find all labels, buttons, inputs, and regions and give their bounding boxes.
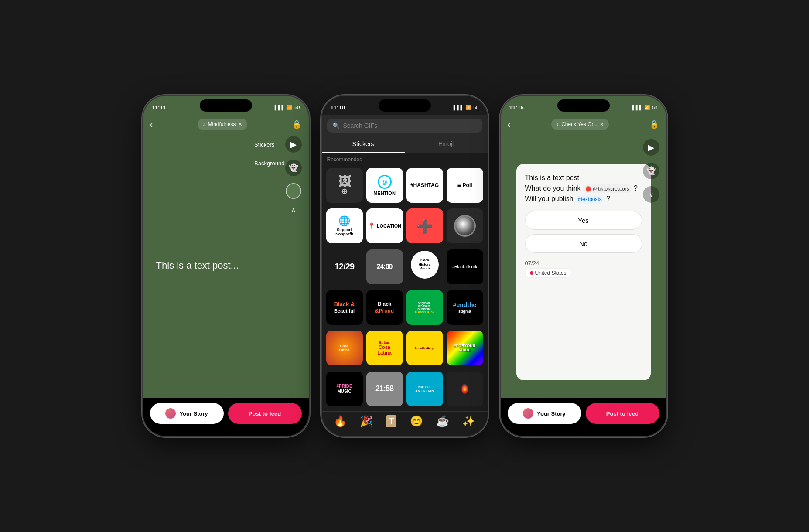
emoji-sparkle[interactable]: ✨ xyxy=(462,415,475,427)
status-time: 11:16 xyxy=(509,104,524,111)
location-tag[interactable]: United States xyxy=(525,268,571,278)
canvas-area[interactable]: This is a text post... xyxy=(143,133,309,398)
poll-text-2: What do you think xyxy=(525,184,581,192)
your-story-button[interactable]: Your Story xyxy=(150,403,224,424)
emoji-t[interactable]: T xyxy=(386,415,396,427)
lock-icon[interactable]: 🔒 xyxy=(649,119,659,129)
battery-text: 60 xyxy=(473,105,478,110)
bhm-circle: BlackHistoryMonth xyxy=(411,251,439,279)
status-bar: 11:10 ▌▌▌ 📶 60 xyxy=(322,96,488,115)
sticker-bhm[interactable]: BlackHistoryMonth xyxy=(410,249,440,280)
status-icons: ▌▌▌ 📶 58 xyxy=(632,105,658,110)
poll-options: Yes No xyxy=(525,211,642,253)
post-to-feed-button[interactable]: Post to feed xyxy=(586,403,659,424)
originate-label: originate.innovate.celebrate.#BlackTikTo… xyxy=(415,301,434,314)
sticker-blacktiktok[interactable]: #BlackTikTok xyxy=(447,249,483,284)
avatar xyxy=(523,408,533,419)
hashtag-tag-label: #textposts xyxy=(578,195,602,203)
sticker-cosa-latina-1[interactable]: CosaLatina xyxy=(326,331,363,365)
background-circle[interactable] xyxy=(286,183,301,199)
sticker-for-your-pride[interactable]: #FORYOURPRIDE xyxy=(447,331,483,365)
sticker-icon[interactable]: 👻 xyxy=(285,160,302,176)
play-icon[interactable]: ▶ xyxy=(285,136,302,153)
hashtag-label: #HASHTAG xyxy=(410,182,439,188)
poll-text-3: ? xyxy=(634,184,638,192)
collapse-icon[interactable]: ∧ xyxy=(291,206,296,214)
location-label: United States xyxy=(535,270,567,276)
back-button[interactable]: ‹ xyxy=(508,119,511,130)
native-american-label: NATIVEAMERICAN xyxy=(415,385,434,393)
sticker-native-american[interactable]: NATIVEAMERICAN xyxy=(406,372,443,406)
post-to-feed-button[interactable]: Post to feed xyxy=(228,403,302,424)
music-tag-close[interactable]: × xyxy=(239,121,242,128)
chevron-down-icon[interactable]: ∨ xyxy=(643,186,659,203)
music-note-icon: ♪ xyxy=(203,122,205,127)
sticker-clock[interactable]: 24:00 xyxy=(366,249,403,284)
lock-icon[interactable]: 🔒 xyxy=(292,119,301,129)
poll-option-yes[interactable]: Yes xyxy=(525,211,642,230)
poll-option-no[interactable]: No xyxy=(525,234,642,253)
sticker-add[interactable]: 🖼 ⊕ xyxy=(326,168,363,203)
clock-label: 24:00 xyxy=(377,263,393,271)
sticker-support-nonprofit[interactable]: 🌐 SupportNonprofit xyxy=(326,208,363,243)
post-to-feed-label: Post to feed xyxy=(606,410,638,417)
sticker-location[interactable]: 📍 LOCATION xyxy=(366,208,403,243)
music-tag-label: Check Yes Or... xyxy=(561,121,597,127)
plus-icon: ⊕ xyxy=(341,187,348,196)
emoji-smile[interactable]: 😊 xyxy=(410,415,423,427)
poll-text-1: This is a text post. xyxy=(525,174,581,181)
sticker-decorative[interactable]: 🏮 xyxy=(447,372,483,406)
music-tag-close[interactable]: × xyxy=(600,121,604,128)
back-button[interactable]: ‹ xyxy=(150,119,153,130)
emoji-fire[interactable]: 🔥 xyxy=(334,415,347,427)
bottom-bar: Your Story Post to feed xyxy=(143,398,309,436)
status-icons: ▌▌▌ 📶 60 xyxy=(454,105,479,110)
sticker-pride-music[interactable]: #PRIDE MUSIC xyxy=(326,372,363,406)
sticker-endthe-stigma[interactable]: #endthe stigma xyxy=(447,290,483,325)
emoji-party[interactable]: 🎉 xyxy=(360,415,373,427)
sticker-black-beautiful[interactable]: Black & Beautiful xyxy=(326,290,363,325)
sticker-originate[interactable]: originate.innovate.celebrate.#BlackTikTo… xyxy=(406,290,443,325)
poll-label: Poll xyxy=(463,182,472,188)
sticker-hashtag[interactable]: #HASHTAG xyxy=(406,168,443,203)
music-tag[interactable]: ♪ Mindfulness × xyxy=(198,119,247,130)
beautiful-label: Beautiful xyxy=(334,308,355,314)
sticker-poll[interactable]: ≡ Poll xyxy=(447,168,483,203)
wifi-icon: 📶 xyxy=(644,105,650,110)
poll-text-5: ? xyxy=(606,195,610,202)
emoji-coffee[interactable]: ☕ xyxy=(436,415,449,427)
sticker-medkit[interactable]: ➕ xyxy=(406,208,443,243)
sticker-date[interactable]: 12/29 xyxy=(326,249,363,284)
search-input-wrap[interactable]: 🔍 Search GIFs xyxy=(327,119,482,133)
sticker-paint[interactable] xyxy=(447,208,483,243)
play-icon[interactable]: ▶ xyxy=(643,139,659,156)
mention-tag[interactable]: 🔴 @tiktokcreators xyxy=(583,184,632,193)
medkit-icon: ➕ xyxy=(416,218,433,234)
sticker-icon[interactable]: 👻 xyxy=(643,163,659,179)
sticker-clock-2158[interactable]: 21:58 xyxy=(366,372,403,406)
notch xyxy=(200,99,252,112)
location-dot-icon xyxy=(530,271,533,275)
music-tag[interactable]: ♪ Check Yes Or... × xyxy=(551,119,609,130)
notch xyxy=(379,99,431,112)
your-story-label: Your Story xyxy=(179,410,208,417)
sticker-latin-heritage[interactable]: LatinHeritage xyxy=(406,331,443,365)
search-placeholder: Search GIFs xyxy=(343,122,378,129)
support-label: SupportNonprofit xyxy=(335,228,353,236)
mention-label: MENTION xyxy=(373,191,396,196)
tab-emoji[interactable]: Emoji xyxy=(405,136,488,153)
right-toolbar: ▶ 👻 ∨ xyxy=(643,139,659,203)
your-story-button[interactable]: Your Story xyxy=(508,403,581,424)
sticker-cosa-latina-2[interactable]: Es Una Cosa Latina xyxy=(366,331,403,365)
decorative-icon: 🏮 xyxy=(459,384,470,394)
latin-heritage-label: LatinHeritage xyxy=(415,347,434,350)
sticker-black-proud[interactable]: Black &Proud xyxy=(366,290,403,325)
tab-stickers[interactable]: Stickers xyxy=(322,136,405,153)
wifi-icon: 📶 xyxy=(465,105,471,110)
post-to-feed-label: Post to feed xyxy=(249,410,281,417)
sticker-mention[interactable]: @ MENTION xyxy=(366,168,403,203)
foryourpride-label: #FORYOURPRIDE xyxy=(454,344,476,352)
black-label: Black & xyxy=(334,301,355,307)
hashtag-tag[interactable]: #textposts xyxy=(575,195,604,204)
status-bar: 11:11 ▌▌▌ 📶 60 xyxy=(143,96,309,115)
